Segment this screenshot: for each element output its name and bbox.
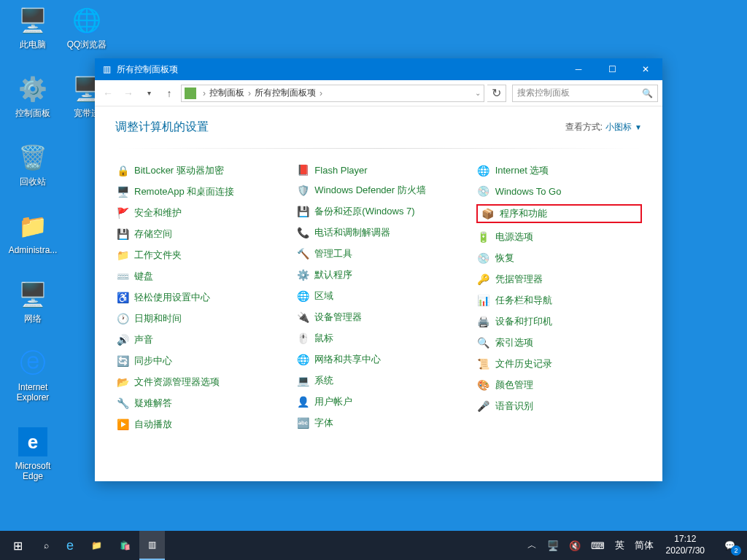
control-panel-item[interactable]: 🔑凭据管理器 (476, 272, 642, 287)
taskbar-edge-icon[interactable]: e (58, 531, 82, 560)
control-panel-item[interactable]: ♿轻松使用设置中心 (115, 290, 281, 305)
item-icon: 🛡️ (297, 184, 309, 196)
search-input[interactable]: 搜索控制面板 🔍 (512, 85, 658, 102)
maximize-button[interactable]: ☐ (595, 58, 629, 80)
item-label: 鼠标 (314, 332, 333, 345)
control-panel-item[interactable]: 🎨颜色管理 (476, 378, 642, 392)
chevron-right-icon: › (201, 88, 208, 98)
item-icon: 📜 (478, 358, 489, 370)
item-icon: 🔊 (117, 334, 128, 346)
desktop-icon[interactable]: 回收站 (6, 141, 60, 187)
control-panel-item[interactable]: 📁工作文件夹 (115, 248, 281, 262)
control-panel-item[interactable]: ⌨️键盘 (115, 269, 281, 284)
nav-up-button[interactable]: ↑ (160, 85, 178, 102)
separator (115, 148, 642, 149)
titlebar[interactable]: ▥ 所有控制面板项 ─ ☐ ✕ (95, 58, 662, 80)
control-panel-item[interactable]: 📞电话和调制解调器 (295, 225, 461, 240)
refresh-button[interactable]: ↻ (487, 85, 506, 102)
control-panel-item[interactable]: 🔧疑难解答 (115, 396, 281, 411)
control-panel-item[interactable]: ▶️自动播放 (115, 417, 281, 432)
control-panel-item[interactable]: 🌐网络和共享中心 (295, 352, 461, 367)
minimize-button[interactable]: ─ (562, 58, 595, 80)
item-icon: 💾 (297, 206, 309, 217)
tray-keyboard-icon[interactable]: ⌨ (586, 531, 610, 560)
search-button[interactable]: ⌕ (35, 531, 58, 560)
item-label: 电源选项 (495, 230, 533, 244)
control-panel-item[interactable]: 🌐区域 (295, 289, 461, 303)
desktop-icon[interactable]: 控制面板 (6, 73, 60, 118)
control-panel-item[interactable]: ⚙️默认程序 (295, 268, 461, 282)
taskbar-explorer-icon[interactable]: 📁 (82, 531, 111, 560)
page-title: 调整计算机的设置 (115, 120, 209, 135)
control-panel-item[interactable]: 🔋电源选项 (476, 230, 642, 244)
search-placeholder: 搜索控制面板 (517, 87, 570, 99)
control-panel-item[interactable]: 🖨️设备和打印机 (476, 314, 642, 329)
control-panel-item[interactable]: 🚩安全和维护 (115, 206, 281, 220)
desktop-icon[interactable]: Internet Explorer (6, 347, 60, 403)
item-icon: 🕐 (117, 313, 128, 324)
item-label: 备份和还原(Windows 7) (314, 205, 414, 218)
view-by-control[interactable]: 查看方式: 小图标 ▼ (565, 121, 642, 133)
control-panel-item[interactable]: 🌐Internet 选项 (476, 163, 642, 178)
item-icon: 🎤 (478, 400, 489, 412)
view-by-value[interactable]: 小图标 (605, 121, 632, 133)
icon-label: 控制面板 (6, 108, 60, 118)
action-center-button[interactable]: 💬2 (712, 531, 747, 560)
desktop-icon[interactable]: Administra... (6, 210, 60, 255)
control-panel-item[interactable]: 📊任务栏和导航 (476, 293, 642, 308)
nav-dropdown-icon[interactable]: ▾ (140, 85, 158, 102)
taskbar-clock[interactable]: 17:12 2020/7/30 (659, 534, 712, 556)
nav-back-button[interactable]: ← (99, 85, 117, 102)
control-panel-item[interactable]: 💿恢复 (476, 251, 642, 265)
toolbar: ← → ▾ ↑ › 控制面板 › 所有控制面板项 › ⌄ ↻ 搜索控制面板 🔍 (95, 80, 662, 106)
control-panel-item[interactable]: 👤用户帐户 (295, 394, 461, 409)
item-icon: 📕 (297, 164, 309, 176)
control-panel-item[interactable]: 🔒BitLocker 驱动器加密 (115, 163, 281, 178)
control-panel-item[interactable]: 📕Flash Player (295, 163, 461, 176)
address-bar[interactable]: › 控制面板 › 所有控制面板项 › ⌄ (181, 85, 484, 102)
desktop-icon[interactable]: 此电脑 (6, 4, 60, 50)
breadcrumb[interactable]: 控制面板 (209, 87, 244, 99)
item-label: 程序和功能 (500, 207, 547, 220)
breadcrumb[interactable]: 所有控制面板项 (255, 87, 316, 99)
item-label: 存储空间 (134, 228, 172, 241)
control-panel-item[interactable]: 🔍索引选项 (476, 335, 642, 350)
control-panel-item[interactable]: 📂文件资源管理器选项 (115, 375, 281, 389)
nav-forward-button[interactable]: → (120, 85, 137, 102)
control-panel-item[interactable]: 📜文件历史记录 (476, 357, 642, 371)
control-panel-item[interactable]: 🕐日期和时间 (115, 311, 281, 326)
control-panel-item[interactable]: 🛡️Windows Defender 防火墙 (295, 183, 461, 198)
control-panel-item[interactable]: 🎤语音识别 (476, 399, 642, 413)
tray-network-icon[interactable]: 🖥️ (542, 531, 564, 560)
control-panel-item[interactable]: 🔄同步中心 (115, 354, 281, 368)
control-panel-item[interactable]: 🔤字体 (295, 416, 461, 430)
tray-overflow-icon[interactable]: ︿ (522, 531, 542, 560)
item-label: 轻松使用设置中心 (134, 291, 210, 304)
notification-badge: 2 (731, 545, 741, 556)
desktop-icon[interactable]: Microsoft Edge (6, 426, 60, 482)
taskbar-store-icon[interactable]: 🛍️ (111, 531, 139, 560)
item-label: 字体 (314, 416, 333, 429)
tray-ime-lang[interactable]: 英 (610, 531, 630, 560)
tray-ime-mode[interactable]: 简体 (630, 531, 659, 560)
control-panel-item[interactable]: 🔌设备管理器 (295, 310, 461, 324)
icon-label: Microsoft Edge (6, 461, 60, 482)
desktop-icon[interactable]: 网络 (6, 279, 60, 324)
control-panel-item[interactable]: 💻系统 (295, 373, 461, 388)
chevron-down-icon[interactable]: ⌄ (475, 89, 481, 97)
icon-label: Administra... (6, 245, 60, 255)
control-panel-item[interactable]: 🖱️鼠标 (295, 331, 461, 346)
control-panel-item[interactable]: 📦程序和功能 (476, 204, 642, 223)
control-panel-item[interactable]: 💾存储空间 (115, 227, 281, 241)
desktop-icon[interactable]: QQ浏览器 (60, 4, 114, 50)
taskbar-control-panel-icon[interactable]: ▥ (139, 531, 165, 560)
control-panel-item[interactable]: 💾备份和还原(Windows 7) (295, 204, 461, 219)
control-panel-item[interactable]: 🔊声音 (115, 332, 281, 347)
item-label: 工作文件夹 (134, 249, 182, 262)
close-button[interactable]: ✕ (629, 58, 662, 80)
control-panel-item[interactable]: 💿Windows To Go (476, 184, 642, 198)
tray-volume-icon[interactable]: 🔇 (564, 531, 586, 560)
control-panel-item[interactable]: 🖥️RemoteApp 和桌面连接 (115, 184, 281, 199)
control-panel-item[interactable]: 🔨管理工具 (295, 246, 461, 261)
start-button[interactable]: ⊞ (0, 531, 35, 560)
